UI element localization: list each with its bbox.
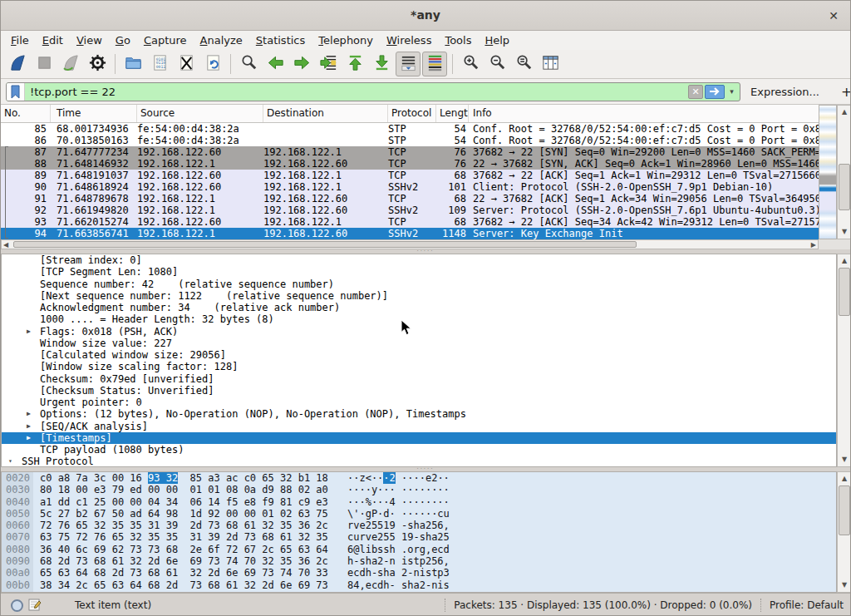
expander-open-icon[interactable]: ▾ xyxy=(8,456,12,467)
scroll-up-icon[interactable]: ▲ xyxy=(838,106,851,118)
scroll-down-icon[interactable]: ▼ xyxy=(838,454,851,466)
go-to-top-button[interactable] xyxy=(342,52,367,76)
hex-vscrollbar[interactable]: ▲ ▼ xyxy=(837,471,851,593)
hex-bytes[interactable]: a1 dd c1 25 00 00 04 34 06 14 f5 e8 f9 8… xyxy=(40,496,328,508)
detail-line[interactable]: TCP payload (1080 bytes) xyxy=(2,444,836,456)
scroll-left-icon[interactable]: ◀ xyxy=(3,240,8,249)
detail-vscrollbar[interactable]: ▲ ▼ xyxy=(837,254,851,467)
filter-apply-button[interactable] xyxy=(705,85,725,99)
title-bar[interactable]: *any ✕ xyxy=(1,1,850,31)
expert-info-icon[interactable] xyxy=(11,599,23,612)
menu-wireless[interactable]: Wireless xyxy=(380,32,438,48)
menu-file[interactable]: File xyxy=(4,32,36,48)
hex-row-0040[interactable]: 0040a1 dd c1 25 00 00 04 34 06 14 f5 e8 … xyxy=(2,496,836,508)
capture-options-button[interactable] xyxy=(85,52,110,76)
detail-line[interactable]: [Stream index: 0] xyxy=(2,254,836,266)
resize-columns-button[interactable] xyxy=(538,52,563,76)
detail-line[interactable]: [Window size scaling factor: 128] xyxy=(2,361,836,372)
detail-line[interactable]: 1000 .... = Header Length: 32 bytes (8) xyxy=(2,313,836,325)
hex-bytes[interactable]: c0 a8 7a 3c 00 16 93 32 85 a3 ac c0 65 3… xyxy=(40,472,328,484)
menu-analyze[interactable]: Analyze xyxy=(194,32,249,48)
hex-row-00b0[interactable]: 00b038 34 2c 65 63 64 68 2d 73 68 61 32 … xyxy=(2,579,836,591)
hex-ascii[interactable]: ecdh-sha 2-nistp3 xyxy=(347,567,450,579)
column-header-no[interactable]: No. xyxy=(1,105,51,122)
save-file-button[interactable]: 010101100011 xyxy=(147,52,172,76)
profile-label[interactable]: Profile: Default xyxy=(770,599,844,611)
menu-telephony[interactable]: Telephony xyxy=(312,32,380,48)
zoom-original-button[interactable] xyxy=(511,52,536,76)
expander-closed-icon[interactable]: ▶ xyxy=(27,408,31,420)
expander-closed-icon[interactable]: ▶ xyxy=(27,432,31,444)
scroll-down-icon[interactable]: ▼ xyxy=(838,579,851,591)
packet-row-87[interactable]: 8771.647777234192.168.122.60192.168.122.… xyxy=(1,146,819,158)
hex-bytes[interactable]: 38 34 2c 65 63 64 68 2d 73 68 61 32 2d 6… xyxy=(40,579,328,591)
detail-line[interactable]: ▶Flags: 0x018 (PSH, ACK) xyxy=(2,326,836,338)
restart-capture-button[interactable] xyxy=(58,52,83,76)
column-header-info[interactable]: Info xyxy=(469,105,819,122)
go-to-packet-button[interactable] xyxy=(316,52,341,76)
menu-statistics[interactable]: Statistics xyxy=(249,32,312,48)
menu-capture[interactable]: Capture xyxy=(137,32,194,48)
detail-line[interactable]: ▶Options: (12 bytes), No-Operation (NOP)… xyxy=(2,408,836,420)
packet-list-minimap[interactable] xyxy=(819,105,837,239)
hex-row-0090[interactable]: 009068 2d 73 68 61 32 2d 6e 69 73 74 70 … xyxy=(2,555,836,567)
column-header-length[interactable]: Length xyxy=(436,105,469,122)
detail-line[interactable]: Acknowledgment number: 34 (relative ack … xyxy=(2,302,836,313)
menu-edit[interactable]: Edit xyxy=(36,32,70,48)
scroll-thumb[interactable] xyxy=(839,485,850,535)
packet-row-93[interactable]: 9371.662015274192.168.122.60192.168.122.… xyxy=(1,216,819,228)
packet-list-vscrollbar[interactable]: ▲ ▼ xyxy=(837,105,851,239)
packet-row-94[interactable]: 9471.663856741192.168.122.1192.168.122.6… xyxy=(1,228,819,239)
scroll-thumb[interactable] xyxy=(839,164,850,210)
filter-bookmark-icon[interactable] xyxy=(7,83,25,101)
menu-tools[interactable]: Tools xyxy=(438,32,478,48)
display-filter-input[interactable] xyxy=(25,86,688,98)
detail-line[interactable]: Urgent pointer: 0 xyxy=(2,397,836,408)
hex-ascii[interactable]: ····y··· ········ xyxy=(347,484,450,495)
menu-help[interactable]: Help xyxy=(478,32,516,48)
expander-closed-icon[interactable]: ▶ xyxy=(27,326,31,338)
detail-line[interactable]: [Next sequence number: 1122 (relative se… xyxy=(2,290,836,302)
column-header-source[interactable]: Source xyxy=(137,105,263,122)
hex-ascii[interactable]: curve255 19-sha25 xyxy=(347,531,450,543)
scroll-up-icon[interactable]: ▲ xyxy=(838,473,851,485)
close-window-icon[interactable]: ✕ xyxy=(825,7,842,24)
detail-line[interactable]: ▶[SEQ/ACK analysis] xyxy=(2,421,836,432)
detail-line[interactable]: Window size value: 227 xyxy=(2,338,836,349)
add-filter-button[interactable]: + xyxy=(836,84,851,100)
expression-button[interactable]: Expression... xyxy=(750,86,819,98)
find-packet-button[interactable] xyxy=(236,52,261,76)
hex-row-0020[interactable]: 0020c0 a8 7a 3c 00 16 93 32 85 a3 ac c0 … xyxy=(2,472,836,484)
scroll-thumb[interactable] xyxy=(839,268,850,316)
stop-capture-button[interactable] xyxy=(32,52,57,76)
hex-bytes[interactable]: 65 63 64 68 2d 73 68 61 32 2d 6e 69 73 7… xyxy=(40,567,328,579)
hex-ascii[interactable]: 6@libssh .org,ecd xyxy=(347,544,450,555)
detail-line[interactable]: Sequence number: 42 (relative sequence n… xyxy=(2,278,836,290)
packet-row-90[interactable]: 9071.648618924192.168.122.60192.168.122.… xyxy=(1,181,819,193)
filter-clear-button[interactable]: ✕ xyxy=(688,85,703,99)
packet-row-89[interactable]: 8971.648191037192.168.122.60192.168.122.… xyxy=(1,170,819,181)
zoom-in-button[interactable] xyxy=(458,52,483,76)
detail-line[interactable]: ▶[Timestamps] xyxy=(2,432,836,444)
close-file-button[interactable] xyxy=(174,52,199,76)
menu-go[interactable]: Go xyxy=(109,32,137,48)
start-capture-button[interactable] xyxy=(5,52,30,76)
packet-row-85[interactable]: 8568.001734936fe:54:00:d4:38:2aSTP54Conf… xyxy=(1,123,819,135)
go-forward-button[interactable] xyxy=(289,52,314,76)
hex-ascii[interactable]: ···%···4 ········ xyxy=(347,496,450,508)
packet-row-92[interactable]: 9271.661949820192.168.122.1192.168.122.6… xyxy=(1,205,819,216)
filter-history-caret[interactable]: ▾ xyxy=(726,87,737,96)
detail-line[interactable]: [Calculated window size: 29056] xyxy=(2,349,836,361)
hex-bytes[interactable]: 63 75 72 76 65 32 35 35 31 39 2d 73 68 6… xyxy=(40,531,328,543)
auto-scroll-toggle[interactable] xyxy=(396,52,421,76)
packet-row-86[interactable]: 8670.013850163fe:54:00:d4:38:2aSTP54Conf… xyxy=(1,135,819,146)
menu-view[interactable]: View xyxy=(70,32,109,48)
hex-ascii[interactable]: 84,ecdh- sha2-nis xyxy=(347,579,450,591)
hex-bytes[interactable]: 68 2d 73 68 61 32 2d 6e 69 73 74 70 32 3… xyxy=(40,555,328,567)
hex-bytes[interactable]: 80 18 00 e3 79 ed 00 00 01 01 08 0a d9 8… xyxy=(40,484,328,495)
hex-row-00a0[interactable]: 00a065 63 64 68 2d 73 68 61 32 2d 6e 69 … xyxy=(2,567,836,579)
expander-closed-icon[interactable]: ▶ xyxy=(27,421,31,432)
packet-list-hscrollbar[interactable]: ◀ ▶ xyxy=(1,239,819,249)
packet-row-91[interactable]: 9171.648789678192.168.122.1192.168.122.6… xyxy=(1,193,819,205)
hex-row-0070[interactable]: 007063 75 72 76 65 32 35 35 31 39 2d 73 … xyxy=(2,531,836,543)
